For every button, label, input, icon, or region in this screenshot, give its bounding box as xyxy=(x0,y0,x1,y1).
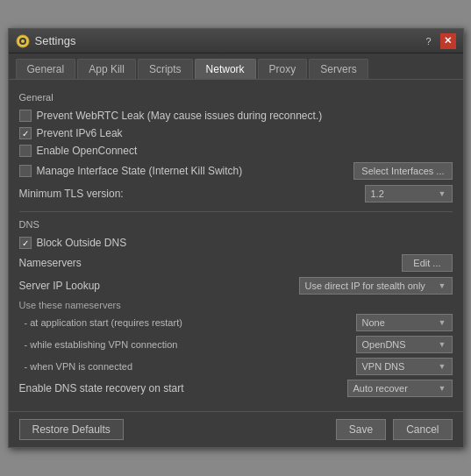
use-these-nameservers-label: Use these nameservers xyxy=(19,300,453,310)
title-bar-right: ? ✕ xyxy=(421,33,456,49)
vpn-establishing-label: - while establishing VPN connection xyxy=(25,339,178,350)
tab-general[interactable]: General xyxy=(16,59,76,79)
settings-window: Settings ? ✕ General App Kill Scripts Ne… xyxy=(8,28,464,448)
vpn-connected-dropdown[interactable]: VPN DNS ▼ xyxy=(356,358,453,375)
server-ip-lookup-arrow: ▼ xyxy=(439,281,446,290)
vpn-connected-value: VPN DNS xyxy=(362,361,405,372)
min-tls-dropdown[interactable]: 1.2 ▼ xyxy=(365,185,453,202)
nameservers-edit-button[interactable]: Edit ... xyxy=(402,254,452,272)
nameservers-row: Nameservers Edit ... xyxy=(19,254,453,272)
help-button[interactable]: ? xyxy=(421,33,437,49)
window-title: Settings xyxy=(35,34,76,47)
enable-openconnect-checkbox[interactable] xyxy=(19,145,32,157)
tab-servers[interactable]: Servers xyxy=(309,59,368,79)
nameservers-label: Nameservers xyxy=(19,257,82,269)
dns-recovery-arrow: ▼ xyxy=(439,384,446,393)
manage-interface-label: Manage Interface State (Internet Kill Sw… xyxy=(37,165,243,177)
app-start-dropdown[interactable]: None ▼ xyxy=(356,314,453,331)
cancel-button[interactable]: Cancel xyxy=(393,419,452,440)
tabs-bar: General App Kill Scripts Network Proxy S… xyxy=(9,53,463,80)
block-outside-dns-checkbox[interactable] xyxy=(19,237,32,249)
content-area: General Prevent WebRTC Leak (May cause i… xyxy=(9,80,463,411)
vpn-connected-row: - when VPN is connected VPN DNS ▼ xyxy=(19,358,453,375)
footer-right: Save Cancel xyxy=(336,419,453,440)
dns-recovery-dropdown[interactable]: Auto recover ▼ xyxy=(347,380,453,397)
dns-recovery-label: Enable DNS state recovery on start xyxy=(19,382,184,394)
manage-interface-left: Manage Interface State (Internet Kill Sw… xyxy=(19,165,243,177)
min-tls-arrow: ▼ xyxy=(439,189,446,198)
vpn-connected-arrow: ▼ xyxy=(439,362,446,371)
min-tls-value: 1.2 xyxy=(371,188,384,199)
title-bar-left: Settings xyxy=(16,34,76,48)
prevent-webrtc-row: Prevent WebRTC Leak (May cause issues du… xyxy=(19,110,453,122)
dns-recovery-row: Enable DNS state recovery on start Auto … xyxy=(19,380,453,397)
vpn-establishing-row: - while establishing VPN connection Open… xyxy=(19,336,453,353)
enable-openconnect-row: Enable OpenConnect xyxy=(19,145,453,157)
dns-recovery-value: Auto recover xyxy=(353,383,408,394)
block-outside-dns-row: Block Outside DNS xyxy=(19,237,453,249)
app-icon xyxy=(16,34,30,48)
min-tls-label: Minimum TLS version: xyxy=(19,188,124,200)
prevent-ipv6-row: Prevent IPv6 Leak xyxy=(19,127,453,139)
tab-scripts[interactable]: Scripts xyxy=(138,59,193,79)
server-ip-lookup-label: Server IP Lookup xyxy=(19,280,101,292)
footer: Restore Defaults Save Cancel xyxy=(9,411,463,447)
prevent-ipv6-label: Prevent IPv6 Leak xyxy=(37,127,123,139)
min-tls-row: Minimum TLS version: 1.2 ▼ xyxy=(19,185,453,202)
block-outside-dns-label: Block Outside DNS xyxy=(37,237,127,249)
manage-interface-row: Manage Interface State (Internet Kill Sw… xyxy=(19,162,453,180)
app-start-arrow: ▼ xyxy=(439,318,446,327)
svg-point-2 xyxy=(21,39,25,43)
select-interfaces-button[interactable]: Select Interfaces ... xyxy=(353,162,452,180)
section-divider-1 xyxy=(19,211,453,212)
enable-openconnect-label: Enable OpenConnect xyxy=(37,145,138,157)
prevent-webrtc-label: Prevent WebRTC Leak (May cause issues du… xyxy=(37,110,323,122)
dns-section-label: DNS xyxy=(19,219,453,230)
tab-proxy[interactable]: Proxy xyxy=(258,59,308,79)
manage-interface-checkbox[interactable] xyxy=(19,165,32,177)
prevent-webrtc-checkbox[interactable] xyxy=(19,110,32,122)
restore-defaults-button[interactable]: Restore Defaults xyxy=(19,419,124,440)
vpn-establishing-value: OpenDNS xyxy=(362,339,406,350)
tab-appkill[interactable]: App Kill xyxy=(77,59,136,79)
title-bar: Settings ? ✕ xyxy=(9,29,463,53)
server-ip-lookup-row: Server IP Lookup Use direct IP for steal… xyxy=(19,277,453,295)
server-ip-lookup-value: Use direct IP for stealth only xyxy=(305,281,425,291)
app-start-value: None xyxy=(362,317,385,328)
vpn-establishing-arrow: ▼ xyxy=(439,340,446,349)
prevent-ipv6-checkbox[interactable] xyxy=(19,127,32,139)
general-section-label: General xyxy=(19,92,453,103)
close-button[interactable]: ✕ xyxy=(440,33,456,49)
tab-network[interactable]: Network xyxy=(195,59,256,79)
server-ip-lookup-dropdown[interactable]: Use direct IP for stealth only ▼ xyxy=(299,277,453,295)
vpn-connected-label: - when VPN is connected xyxy=(25,361,133,372)
vpn-establishing-dropdown[interactable]: OpenDNS ▼ xyxy=(356,336,453,353)
app-start-label: - at application start (requires restart… xyxy=(25,317,182,328)
app-start-row: - at application start (requires restart… xyxy=(19,314,453,331)
save-button[interactable]: Save xyxy=(336,419,386,440)
